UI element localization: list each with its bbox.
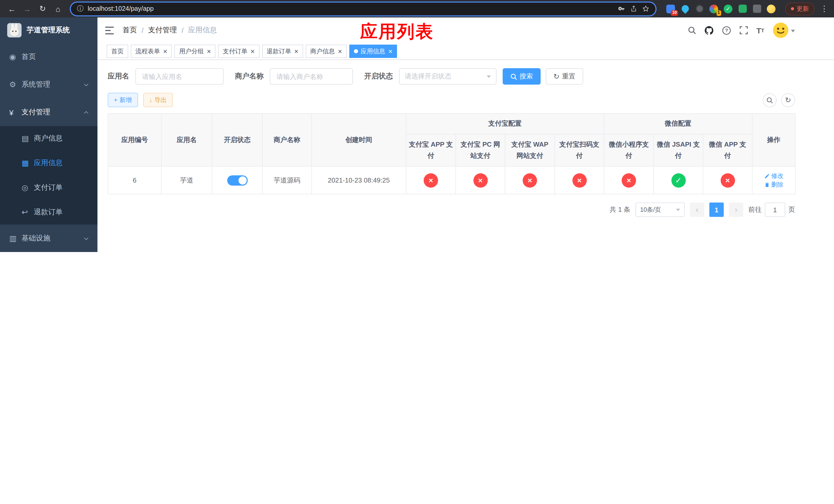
page-content: 应用名 商户名称 开启状态 请选择开启状态 搜索 ↻ 重置 (97, 60, 834, 252)
reset-button[interactable]: ↻ 重置 (546, 68, 583, 85)
status-select-placeholder: 请选择开启状态 (405, 72, 452, 81)
collapse-sidebar-button[interactable] (105, 26, 114, 34)
site-info-icon[interactable]: ⓘ (77, 4, 84, 13)
sidebar-item-首页[interactable]: ◉首页 (0, 43, 97, 71)
goto-page-input[interactable] (765, 203, 785, 217)
tab-close-icon[interactable]: × (294, 48, 298, 55)
breadcrumb-home[interactable]: 首页 (123, 26, 137, 35)
tab-流程表单[interactable]: 流程表单× (131, 45, 172, 58)
col-header-wechat-app: 微信 APP 支付 (703, 134, 752, 166)
ext-icon-4[interactable]: 1 (709, 4, 719, 14)
tab-应用信息[interactable]: 应用信息× (349, 45, 397, 58)
sidebar-item-系统管理[interactable]: ⚙系统管理 (0, 71, 97, 98)
export-button-label: 导出 (154, 96, 167, 104)
wechat-mini-status-icon: × (622, 173, 636, 187)
ext-badge-count: 10 (671, 10, 678, 16)
ext-icon-8[interactable] (766, 4, 776, 14)
ext-icon-3[interactable] (695, 4, 704, 14)
sidebar-item-退款订单[interactable]: ↩退款订单 (0, 200, 97, 225)
filter-label-app-name: 应用名 (108, 72, 129, 81)
help-icon[interactable]: ? (722, 26, 731, 35)
edit-button[interactable]: 修改 (764, 171, 784, 180)
wechat-app-status-icon: × (720, 173, 735, 187)
col-header-app-name: 应用名 (161, 114, 212, 166)
status-toggle[interactable] (227, 175, 247, 185)
add-button[interactable]: + 新增 (108, 93, 138, 107)
filter-label-merchant: 商户名称 (235, 72, 264, 81)
tab-商户信息[interactable]: 商户信息× (306, 45, 347, 58)
col-header-wechat-mini: 微信小程序支付 (604, 134, 654, 166)
ext-icon-6[interactable] (738, 4, 747, 14)
annotation-text: 应用列表 (360, 20, 434, 44)
pagination: 共 1 条 10条/页 ‹ 1 › 前往 页 (108, 203, 795, 217)
sidebar-item-应用信息[interactable]: ▦应用信息 (0, 151, 97, 175)
card-icon: ▤ (22, 134, 34, 143)
search-icon[interactable] (687, 26, 696, 35)
col-header-wechat-jsapi: 微信 JSAPI 支付 (654, 134, 703, 166)
search-button[interactable]: 搜索 (503, 68, 541, 85)
toggle-knob (238, 176, 246, 184)
app-logo[interactable]: 芋道管理系统 (0, 18, 97, 43)
delete-button[interactable]: 删除 (764, 180, 784, 189)
prev-page-button[interactable]: ‹ (690, 203, 704, 217)
url-text[interactable]: localhost:1024/pay/app (88, 5, 614, 12)
browser-menu-button[interactable]: ⋮ (820, 4, 829, 13)
main-area: 首页 / 支付管理 / 应用信息 应用列表 ? TT (97, 18, 834, 252)
ext-icon-2[interactable] (680, 4, 690, 14)
home-button[interactable]: ⌂ (51, 2, 65, 15)
ext-icon-5[interactable]: ✓ (723, 4, 733, 14)
tab-close-icon[interactable]: × (338, 48, 342, 55)
font-size-icon[interactable]: TT (756, 26, 764, 35)
tab-首页[interactable]: 首页 (107, 45, 128, 58)
next-page-button[interactable]: › (729, 203, 743, 217)
forward-button[interactable]: → (21, 2, 34, 15)
sidebar-item-支付订单[interactable]: ◎支付订单 (0, 175, 97, 200)
app-name-input[interactable] (135, 68, 224, 85)
ext-icon-7[interactable] (752, 4, 762, 14)
sidebar-item-商户信息[interactable]: ▤商户信息 (0, 126, 97, 151)
address-bar[interactable]: ⓘ localhost:1024/pay/app (71, 2, 656, 15)
tab-退款订单[interactable]: 退款订单× (262, 45, 303, 58)
refresh-table-button[interactable]: ↻ (781, 93, 795, 107)
table-toolbar: + 新增 ↓ 导出 ↻ (108, 93, 795, 107)
reload-button[interactable]: ↻ (36, 2, 49, 15)
download-icon: ↓ (149, 96, 152, 104)
back-button[interactable]: ← (5, 2, 19, 15)
page-size-select[interactable]: 10条/页 (636, 203, 685, 217)
ext-icon-1[interactable]: 10 (666, 4, 676, 14)
wechat-jsapi-status-icon: ✓ (671, 173, 685, 187)
tab-用户分组[interactable]: 用户分组× (174, 45, 215, 58)
github-icon[interactable] (704, 26, 713, 35)
chevron-down-icon (84, 235, 88, 240)
user-avatar[interactable] (773, 23, 795, 38)
status-select[interactable]: 请选择开启状态 (399, 68, 497, 85)
cell-app-name: 芋道 (161, 166, 212, 194)
fullscreen-icon[interactable] (739, 26, 748, 35)
page-1-button[interactable]: 1 (709, 203, 724, 217)
tab-支付订单[interactable]: 支付订单× (218, 45, 259, 58)
sidebar-item-基础设施[interactable]: ▥基础设施 (0, 225, 97, 252)
password-key-icon[interactable] (618, 5, 625, 12)
col-group-alipay: 支付宝配置 (406, 114, 604, 134)
browser-update-button[interactable]: 更新 (785, 2, 814, 15)
search-icon (510, 73, 517, 80)
svg-text:?: ? (725, 27, 728, 33)
tab-close-icon[interactable]: × (388, 48, 392, 55)
bookmark-star-icon[interactable] (642, 5, 649, 12)
filter-form: 应用名 商户名称 开启状态 请选择开启状态 搜索 ↻ 重置 (108, 68, 795, 85)
col-group-wechat: 微信配置 (604, 114, 752, 134)
grid-icon: ▦ (22, 158, 34, 168)
merchant-name-input[interactable] (270, 68, 353, 85)
tab-close-icon[interactable]: × (250, 48, 255, 55)
breadcrumb-pay-management[interactable]: 支付管理 (148, 26, 177, 35)
share-icon[interactable] (630, 5, 637, 12)
tab-label: 流程表单 (135, 47, 160, 55)
toggle-search-button[interactable] (763, 93, 776, 107)
sidebar-item-支付管理[interactable]: ¥支付管理 (0, 98, 97, 126)
export-button[interactable]: ↓ 导出 (143, 93, 173, 107)
tab-close-icon[interactable]: × (207, 48, 211, 55)
tab-close-icon[interactable]: × (163, 48, 167, 55)
chevron-up-icon (84, 111, 88, 115)
cell-created: 2021-10-23 08:49:25 (312, 166, 406, 194)
table-toolbar-right: ↻ (763, 93, 795, 107)
